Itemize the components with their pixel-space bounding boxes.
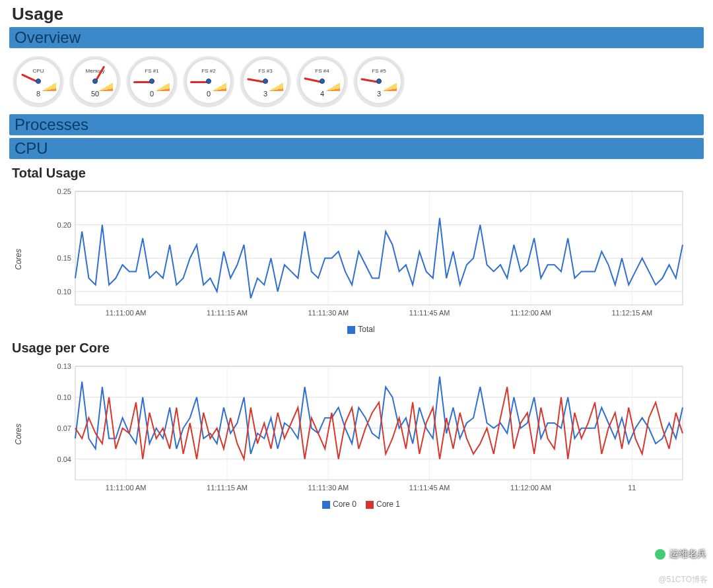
gauge-value: 0 xyxy=(129,90,175,98)
chart-usage-per-core: Cores 0.040.070.100.1311:11:00 AM11:11:1… xyxy=(9,360,704,509)
gauge-cpu[interactable]: CPU8 xyxy=(13,56,63,106)
gauge-label: FS #1 xyxy=(129,68,175,74)
gauge-fs-5[interactable]: FS #53 xyxy=(354,56,404,106)
gauge-value: 4 xyxy=(299,90,345,98)
gauge-value: 0 xyxy=(186,90,232,98)
svg-rect-20 xyxy=(75,191,683,305)
svg-text:11:11:45 AM: 11:11:45 AM xyxy=(409,309,450,317)
gauge-value: 50 xyxy=(72,90,118,98)
svg-text:11:11:15 AM: 11:11:15 AM xyxy=(207,309,248,317)
svg-text:11:11:45 AM: 11:11:45 AM xyxy=(409,484,450,492)
svg-text:11:11:30 AM: 11:11:30 AM xyxy=(308,484,349,492)
svg-text:11:12:15 AM: 11:12:15 AM xyxy=(611,309,652,317)
svg-text:0.25: 0.25 xyxy=(57,187,71,195)
chart-title-total: Total Usage xyxy=(12,166,704,181)
svg-text:11:11:00 AM: 11:11:00 AM xyxy=(106,484,147,492)
svg-text:11:12:00 AM: 11:12:00 AM xyxy=(510,484,551,492)
page-title: Usage xyxy=(12,4,704,24)
svg-text:11:11:15 AM: 11:11:15 AM xyxy=(207,484,248,492)
gauge-fs-3[interactable]: FS #33 xyxy=(240,56,290,106)
section-bar-processes[interactable]: Processes xyxy=(9,114,704,135)
chart-title-percore: Usage per Core xyxy=(12,341,704,356)
chart-total-usage: Cores 0.100.150.200.2511:11:00 AM11:11:1… xyxy=(9,185,704,334)
section-bar-overview[interactable]: Overview xyxy=(9,27,704,48)
gauge-label: FS #3 xyxy=(242,68,289,74)
gauge-memory[interactable]: Memory50 xyxy=(70,56,120,106)
gauge-fs-1[interactable]: FS #10 xyxy=(127,56,177,106)
y-axis-label: Cores xyxy=(14,424,23,445)
svg-text:0.07: 0.07 xyxy=(57,424,71,432)
chart-legend: Total xyxy=(9,325,704,334)
svg-text:0.10: 0.10 xyxy=(57,393,71,401)
svg-text:0.10: 0.10 xyxy=(57,288,71,296)
y-axis-label: Cores xyxy=(14,249,23,270)
gauge-label: FS #4 xyxy=(299,68,345,74)
svg-text:0.04: 0.04 xyxy=(57,455,71,463)
gauge-label: Memory xyxy=(72,68,118,74)
svg-text:0.20: 0.20 xyxy=(57,221,71,229)
gauge-fs-4[interactable]: FS #44 xyxy=(297,56,347,106)
gauge-fs-2[interactable]: FS #20 xyxy=(184,56,234,106)
svg-text:0.13: 0.13 xyxy=(57,362,71,370)
gauge-label: FS #5 xyxy=(356,68,402,74)
svg-text:11: 11 xyxy=(628,484,636,492)
section-bar-label: Overview xyxy=(15,28,81,46)
section-bar-label: Processes xyxy=(15,115,88,133)
gauges-row: CPU8Memory50FS #10FS #20FS #33FS #44FS #… xyxy=(9,51,704,112)
svg-text:11:11:30 AM: 11:11:30 AM xyxy=(308,309,349,317)
svg-text:11:12:00 AM: 11:12:00 AM xyxy=(510,309,551,317)
gauge-value: 8 xyxy=(15,90,61,98)
svg-text:0.15: 0.15 xyxy=(57,254,71,262)
chart-legend: Core 0Core 1 xyxy=(9,500,704,509)
section-bar-cpu[interactable]: CPU xyxy=(9,138,704,159)
section-bar-label: CPU xyxy=(15,139,48,157)
svg-text:11:11:00 AM: 11:11:00 AM xyxy=(106,309,147,317)
gauge-value: 3 xyxy=(242,90,289,98)
gauge-value: 3 xyxy=(356,90,402,98)
gauge-label: FS #2 xyxy=(186,68,232,74)
